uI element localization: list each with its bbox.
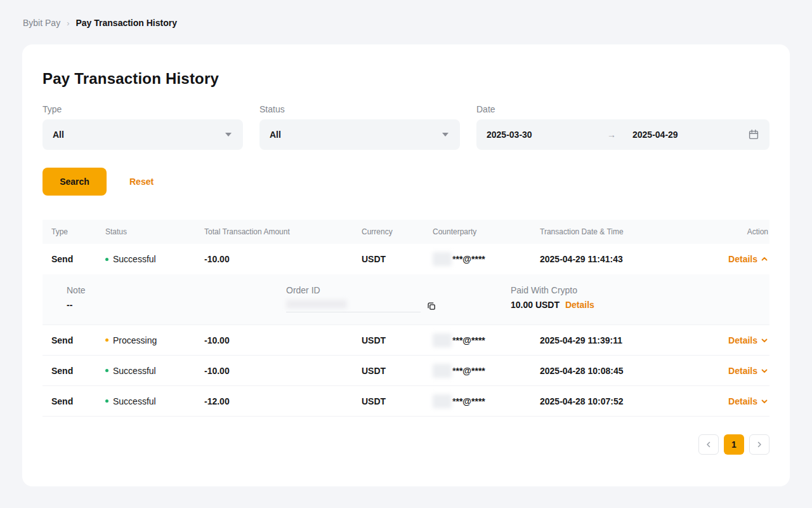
chevron-down-icon bbox=[442, 133, 449, 137]
date-range-arrow-icon: → bbox=[607, 130, 616, 140]
status-select-value: All bbox=[270, 130, 281, 140]
redacted-order-id bbox=[286, 300, 347, 309]
redacted-counterparty bbox=[433, 333, 452, 347]
row-currency: USDT bbox=[353, 335, 424, 345]
details-toggle[interactable]: Details bbox=[728, 335, 768, 345]
status-select[interactable]: All bbox=[259, 119, 460, 150]
chevron-left-icon bbox=[705, 441, 712, 448]
chevron-down-icon bbox=[225, 133, 232, 137]
row-status: Processing bbox=[96, 335, 195, 345]
filter-actions: Search Reset bbox=[43, 168, 769, 196]
row-type: Send bbox=[43, 366, 96, 376]
row-counterparty: ***@**** bbox=[424, 333, 531, 347]
chevron-down-icon bbox=[761, 367, 768, 375]
table-row: Send Successful -10.00 USDT ***@**** 202… bbox=[43, 244, 769, 274]
details-label: Details bbox=[728, 335, 757, 345]
chevron-right-icon bbox=[756, 441, 763, 448]
row-counterparty: ***@**** bbox=[424, 364, 531, 378]
row-currency: USDT bbox=[353, 254, 424, 264]
counterparty-masked: ***@**** bbox=[452, 366, 485, 376]
status-filter: Status All bbox=[259, 104, 460, 150]
breadcrumb: Bybit Pay › Pay Transaction History bbox=[0, 0, 812, 28]
status-dot-icon bbox=[105, 258, 108, 261]
transactions-table: Type Status Total Transaction Amount Cur… bbox=[43, 220, 769, 455]
table-row: Send Successful -12.00 USDT ***@**** 202… bbox=[43, 386, 769, 417]
row-counterparty: ***@**** bbox=[424, 252, 531, 266]
status-dot-icon bbox=[105, 369, 108, 372]
paid-with-crypto-label: Paid With Crypto bbox=[511, 285, 769, 295]
breadcrumb-bybit-pay[interactable]: Bybit Pay bbox=[23, 18, 60, 28]
details-toggle[interactable]: Details bbox=[728, 254, 768, 264]
details-label: Details bbox=[728, 366, 757, 376]
row-datetime: 2025-04-29 11:41:43 bbox=[531, 254, 689, 264]
chevron-down-icon bbox=[761, 337, 768, 344]
row-action: Details bbox=[689, 335, 769, 345]
row-status: Successful bbox=[96, 254, 195, 264]
date-filter: Date 2025-03-30 → 2025-04-29 bbox=[476, 104, 769, 150]
counterparty-masked: ***@**** bbox=[452, 335, 485, 345]
search-button[interactable]: Search bbox=[43, 168, 107, 196]
row-status: Successful bbox=[96, 366, 195, 376]
row-action: Details bbox=[689, 366, 769, 376]
filters-bar: Type All Status All Date 2025-03-30 → bbox=[43, 104, 769, 150]
header-status: Status bbox=[96, 227, 195, 236]
order-id-label: Order ID bbox=[286, 285, 511, 295]
copy-icon[interactable] bbox=[426, 301, 436, 311]
row-datetime: 2025-04-28 10:08:45 bbox=[531, 366, 689, 376]
row-action: Details bbox=[689, 396, 769, 406]
detail-paid-with-crypto: Paid With Crypto 10.00 USDT Details bbox=[511, 285, 769, 310]
date-range-input[interactable]: 2025-03-30 → 2025-04-29 bbox=[476, 119, 769, 150]
row-type: Send bbox=[43, 335, 96, 345]
calendar-icon[interactable] bbox=[748, 129, 759, 140]
date-start-value: 2025-03-30 bbox=[487, 130, 607, 140]
detail-note: Note -- bbox=[67, 285, 286, 310]
type-filter-label: Type bbox=[43, 104, 243, 114]
details-toggle[interactable]: Details bbox=[728, 396, 768, 406]
expanded-detail-panel: Note -- Order ID bbox=[43, 274, 769, 325]
date-filter-label: Date bbox=[476, 104, 769, 114]
row-currency: USDT bbox=[353, 366, 424, 376]
row-status: Successful bbox=[96, 396, 195, 406]
header-currency: Currency bbox=[353, 227, 424, 236]
status-dot-icon bbox=[105, 399, 108, 403]
row-counterparty: ***@**** bbox=[424, 394, 531, 408]
row-amount: -12.00 bbox=[195, 396, 353, 406]
status-text: Successful bbox=[113, 366, 156, 376]
status-text: Processing bbox=[113, 335, 157, 345]
type-filter: Type All bbox=[43, 104, 243, 150]
row-currency: USDT bbox=[353, 396, 424, 406]
next-page-button[interactable] bbox=[749, 434, 769, 455]
row-datetime: 2025-04-28 10:07:52 bbox=[531, 396, 689, 406]
details-toggle[interactable]: Details bbox=[728, 366, 768, 376]
row-type: Send bbox=[43, 396, 96, 406]
breadcrumb-current: Pay Transaction History bbox=[75, 18, 177, 28]
row-action: Details bbox=[689, 254, 769, 264]
date-end-value: 2025-04-29 bbox=[632, 130, 748, 140]
type-select[interactable]: All bbox=[43, 119, 243, 150]
counterparty-masked: ***@**** bbox=[452, 396, 485, 406]
main-card: Pay Transaction History Type All Status … bbox=[22, 44, 790, 486]
note-label: Note bbox=[67, 285, 286, 295]
header-amount: Total Transaction Amount bbox=[195, 227, 353, 236]
chevron-down-icon bbox=[761, 398, 768, 405]
redacted-counterparty bbox=[433, 394, 452, 408]
row-type: Send bbox=[43, 254, 96, 264]
status-filter-label: Status bbox=[259, 104, 460, 114]
details-label: Details bbox=[728, 396, 757, 406]
note-value: -- bbox=[67, 300, 286, 310]
paid-details-link[interactable]: Details bbox=[565, 300, 594, 310]
table-row: Send Processing -10.00 USDT ***@**** 202… bbox=[43, 325, 769, 356]
header-type: Type bbox=[43, 227, 96, 236]
header-datetime: Transaction Date & Time bbox=[531, 227, 689, 236]
status-dot-icon bbox=[105, 338, 108, 342]
reset-button[interactable]: Reset bbox=[129, 177, 154, 187]
chevron-up-icon bbox=[761, 255, 768, 263]
page-1-button[interactable]: 1 bbox=[724, 434, 744, 455]
prev-page-button[interactable] bbox=[698, 434, 719, 455]
detail-order-id: Order ID bbox=[286, 285, 511, 312]
row-amount: -10.00 bbox=[195, 254, 353, 264]
row-datetime: 2025-04-29 11:39:11 bbox=[531, 335, 689, 345]
pagination: 1 bbox=[43, 434, 769, 455]
table-header-row: Type Status Total Transaction Amount Cur… bbox=[43, 220, 769, 244]
redacted-counterparty bbox=[433, 252, 452, 266]
